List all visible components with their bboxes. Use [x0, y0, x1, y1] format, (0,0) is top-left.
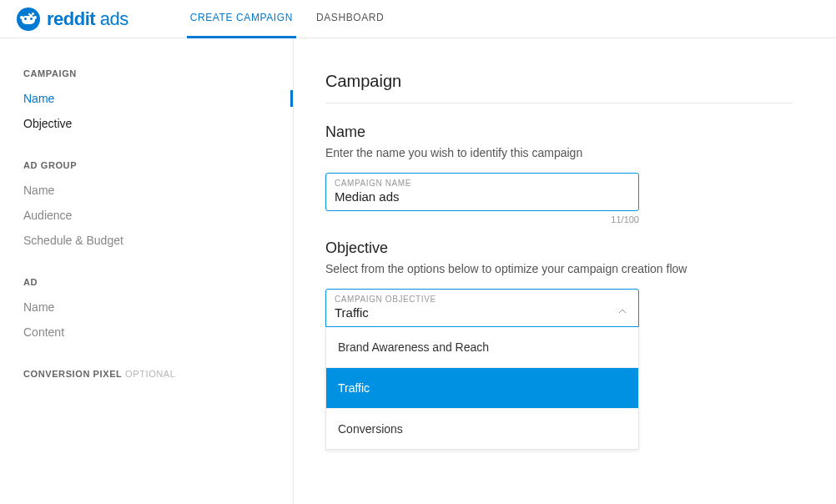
page-title: Campaign [325, 72, 793, 103]
campaign-objective-value: Traffic [335, 305, 630, 320]
logo[interactable]: reddit ads [17, 8, 128, 31]
sidebar-item-ad-name[interactable]: Name [23, 300, 293, 314]
sidebar-group-ad: AD Name Content [23, 277, 293, 339]
objective-section-heading: Objective [325, 239, 836, 257]
sidebar-group-campaign: CAMPAIGN Name Objective [23, 68, 293, 130]
sidebar-item-adgroup-name[interactable]: Name [23, 184, 293, 197]
campaign-objective-select[interactable]: CAMPAIGN OBJECTIVE Traffic [325, 289, 639, 327]
sidebar-item-adgroup-schedule[interactable]: Schedule & Budget [23, 234, 293, 247]
name-section-heading: Name [325, 123, 836, 141]
objective-section-desc: Select from the options below to optimiz… [325, 262, 836, 275]
campaign-name-counter: 11/100 [325, 214, 639, 224]
sidebar-title-adgroup: AD GROUP [23, 160, 293, 170]
reddit-logo-icon [17, 8, 40, 31]
sidebar-item-ad-content[interactable]: Content [23, 325, 293, 339]
sidebar-item-campaign-name[interactable]: Name [23, 92, 293, 105]
objective-option-traffic[interactable]: Traffic [326, 367, 638, 408]
campaign-name-label: CAMPAIGN NAME [335, 179, 630, 188]
tab-create-campaign[interactable]: CREATE CAMPAIGN [187, 0, 296, 38]
main-content: Campaign Name Enter the name you wish to… [294, 38, 836, 504]
name-section-desc: Enter the name you wish to identify this… [325, 146, 836, 159]
objective-option-brand-awareness[interactable]: Brand Awareness and Reach [326, 327, 638, 367]
header: reddit ads CREATE CAMPAIGN DASHBOARD [0, 0, 836, 38]
sidebar-group-pixel: CONVERSION PIXEL OPTIONAL [23, 369, 293, 379]
campaign-objective-label: CAMPAIGN OBJECTIVE [335, 295, 630, 304]
campaign-name-input[interactable] [335, 189, 630, 204]
sidebar-title-pixel[interactable]: CONVERSION PIXEL OPTIONAL [23, 369, 293, 379]
chevron-up-icon [618, 303, 627, 311]
sidebar-group-adgroup: AD GROUP Name Audience Schedule & Budget [23, 160, 293, 247]
sidebar-item-adgroup-audience[interactable]: Audience [23, 209, 293, 222]
sidebar: CAMPAIGN Name Objective AD GROUP Name Au… [0, 38, 294, 504]
campaign-name-field[interactable]: CAMPAIGN NAME [325, 173, 639, 211]
top-nav: CREATE CAMPAIGN DASHBOARD [187, 0, 405, 38]
campaign-objective-dropdown: Brand Awareness and Reach Traffic Conver… [325, 327, 639, 450]
objective-option-conversions[interactable]: Conversions [326, 408, 638, 449]
sidebar-title-campaign: CAMPAIGN [23, 68, 293, 78]
sidebar-title-ad: AD [23, 277, 293, 287]
logo-text: reddit ads [47, 8, 128, 30]
sidebar-item-campaign-objective[interactable]: Objective [23, 117, 293, 130]
tab-dashboard[interactable]: DASHBOARD [313, 0, 387, 38]
